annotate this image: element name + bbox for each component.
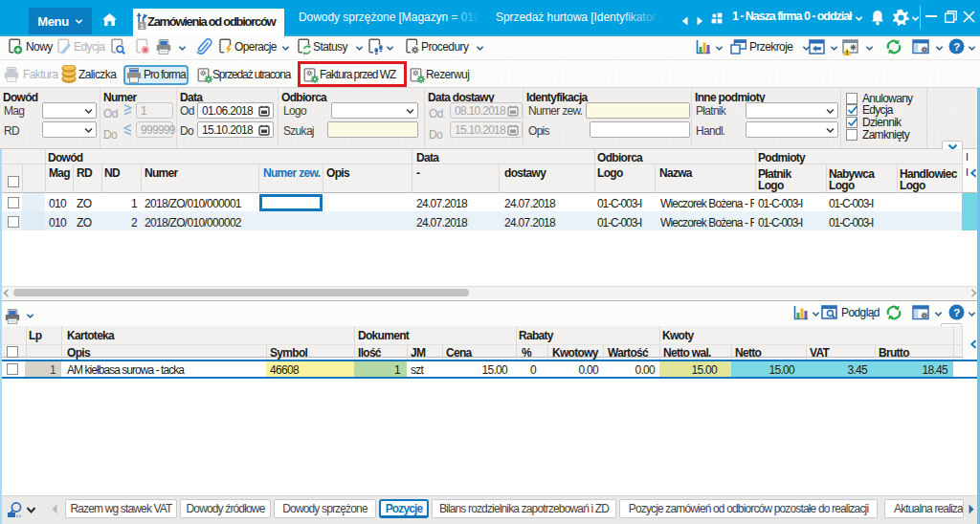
svg-text:?: ? [953,41,960,53]
svg-text:?: ? [953,307,960,318]
svg-text:1: 1 [140,22,145,31]
